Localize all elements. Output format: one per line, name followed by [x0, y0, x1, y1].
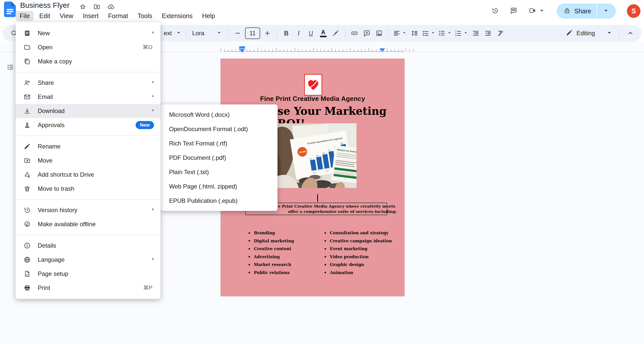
bullet-list-button[interactable]: [438, 27, 452, 39]
file-menu-item-new[interactable]: New: [16, 26, 160, 40]
file-menu-item-add-shortcut-to-drive[interactable]: Add shortcut to Drive: [16, 168, 160, 182]
service-item[interactable]: Digital marketing: [249, 237, 294, 245]
version-history-icon[interactable]: [491, 7, 499, 15]
chevron-down-icon: [216, 29, 222, 37]
italic-button[interactable]: I: [294, 27, 304, 39]
service-item[interactable]: Market research: [249, 261, 294, 269]
flyer-about-line2[interactable]: offer a comprehensive suite of services …: [288, 209, 397, 214]
title-actions: [79, 3, 115, 12]
google-docs-logo[interactable]: [4, 2, 16, 18]
file-menu-item-download[interactable]: Download: [16, 104, 160, 118]
outdent-button[interactable]: [471, 27, 481, 39]
menubar-item-view[interactable]: View: [56, 11, 77, 21]
download-option-web-page-html-zipped-[interactable]: Web Page (.html, zipped): [160, 179, 277, 194]
download-option-epub-publication-epub-[interactable]: EPUB Publication (.epub): [160, 194, 277, 208]
indent-button[interactable]: [483, 27, 493, 39]
collapse-toolbar-icon[interactable]: [625, 27, 635, 39]
font-dropdown[interactable]: Lora: [191, 27, 224, 39]
underline-button[interactable]: U: [306, 27, 316, 39]
service-label: Advertising: [254, 254, 280, 259]
chevron-down-icon: [447, 30, 452, 36]
mode-button[interactable]: Editing: [566, 27, 613, 39]
link-button[interactable]: [349, 27, 359, 39]
comments-icon[interactable]: [510, 7, 517, 15]
file-menu-item-move[interactable]: Move: [16, 154, 160, 168]
file-menu-item-version-history[interactable]: Version history: [16, 203, 160, 217]
menubar-item-format[interactable]: Format: [104, 11, 132, 21]
menubar: FileEditViewInsertFormatToolsExtensionsH…: [16, 11, 219, 21]
comment-add-button[interactable]: [362, 27, 372, 39]
download-option-microsoft-word-docx-[interactable]: Microsoft Word (.docx): [160, 107, 277, 122]
star-icon[interactable]: [79, 3, 87, 12]
file-menu-item-open[interactable]: Open⌘O: [16, 40, 160, 54]
menubar-item-help[interactable]: Help: [198, 11, 219, 21]
menubar-item-insert[interactable]: Insert: [79, 11, 103, 21]
flyer-agency-name[interactable]: Fine Print Creative Media Agency: [221, 95, 405, 103]
bold-button[interactable]: B: [281, 27, 291, 39]
share-button[interactable]: Share: [557, 4, 616, 19]
menu-item-label: Page setup: [38, 270, 156, 277]
menubar-item-tools[interactable]: Tools: [134, 11, 156, 21]
file-menu-item-make-a-copy[interactable]: Make a copy: [16, 54, 160, 68]
menubar-item-edit[interactable]: Edit: [35, 11, 54, 21]
image-button[interactable]: [374, 27, 384, 39]
flyer-photo[interactable]: Growth expectations by segment 13.3% $4B…: [277, 123, 356, 188]
download-option-opendocument-format-odt-[interactable]: OpenDocument Format (.odt): [160, 122, 277, 136]
clear-format-button[interactable]: [495, 27, 505, 39]
file-menu-item-language[interactable]: Language: [16, 253, 160, 267]
toolbar-divider: [388, 29, 389, 37]
flyer-about-line1[interactable]: e Print Creative Media Agency where crea…: [278, 204, 395, 209]
bullet-dot: [325, 232, 326, 234]
menubar-item-file[interactable]: File: [16, 11, 34, 21]
highlight-color-button[interactable]: [331, 27, 341, 39]
service-item[interactable]: Public relations: [249, 269, 294, 277]
download-option-plain-text-txt-[interactable]: Plain Text (.txt): [160, 165, 277, 179]
numbered-list-button[interactable]: 123: [454, 27, 468, 39]
service-item[interactable]: Branding: [249, 229, 294, 237]
file-menu-item-rename[interactable]: Rename: [16, 139, 160, 154]
file-menu-item-email[interactable]: Email: [16, 90, 160, 104]
show-outline-icon[interactable]: [7, 63, 14, 72]
download-option-pdf-document-pdf-[interactable]: PDF Document (.pdf): [160, 150, 277, 165]
download-option-rich-text-format-rtf-[interactable]: Rich Text Format (.rtf): [160, 136, 277, 150]
file-menu-item-details[interactable]: Details: [16, 239, 160, 253]
menubar-item-extensions[interactable]: Extensions: [158, 11, 196, 21]
mode-label: Editing: [577, 30, 595, 37]
share-menu-button[interactable]: [599, 7, 613, 15]
text-color-button[interactable]: A: [318, 27, 328, 39]
font-size-input[interactable]: 11: [245, 27, 260, 39]
right-indent-marker[interactable]: [379, 48, 385, 52]
font-size-increase-button[interactable]: [262, 27, 272, 39]
service-item[interactable]: Creative campaign ideation: [325, 237, 392, 245]
service-item[interactable]: Advertising: [249, 253, 294, 261]
checklist-button[interactable]: [422, 27, 436, 39]
file-menu-item-approvals[interactable]: ApprovalsNew: [16, 118, 160, 132]
file-menu-item-page-setup[interactable]: Page setup: [16, 267, 160, 281]
move-folder-icon[interactable]: [93, 3, 101, 12]
file-menu-item-print[interactable]: Print⌘P: [16, 281, 160, 295]
align-button[interactable]: [393, 27, 407, 39]
service-item[interactable]: Event marketing: [325, 245, 392, 253]
folder-icon: [23, 44, 31, 51]
avatar[interactable]: S: [627, 4, 640, 18]
file-menu-item-make-available-offline[interactable]: Make available offline: [16, 217, 160, 231]
stamp-icon: [23, 121, 31, 129]
service-item[interactable]: Graphic design: [325, 261, 392, 269]
menu-separator: [16, 199, 160, 200]
file-menu-item-share[interactable]: Share: [16, 76, 160, 90]
paragraph-style-dropdown[interactable]: ext: [164, 27, 182, 39]
service-item[interactable]: Animation: [325, 269, 392, 277]
join-call-button[interactable]: [529, 7, 546, 15]
service-item[interactable]: Creative content: [249, 245, 294, 253]
document-title[interactable]: Business Flyer: [20, 1, 70, 10]
service-label: Consultation and strategy: [330, 231, 388, 235]
file-menu-item-move-to-trash[interactable]: Move to trash: [16, 182, 160, 196]
line-spacing-button[interactable]: [409, 27, 419, 39]
service-label: Graphic design: [330, 262, 364, 267]
chevron-down-icon: [430, 30, 436, 36]
service-label: Market research: [254, 262, 291, 267]
service-item[interactable]: Video production: [325, 253, 392, 261]
font-size-decrease-button[interactable]: [233, 27, 243, 39]
service-item[interactable]: Consultation and strategy: [325, 229, 392, 237]
flyer-logo[interactable]: [304, 74, 322, 96]
